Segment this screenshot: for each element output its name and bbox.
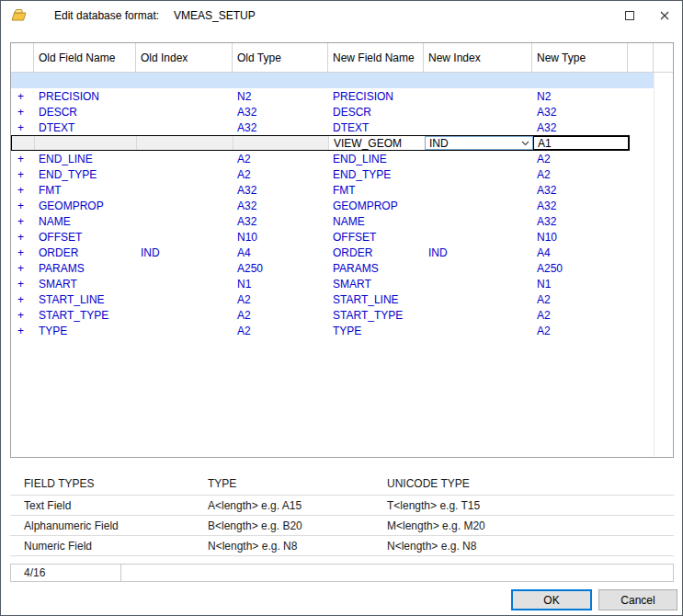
cell-old-index[interactable] <box>136 213 233 229</box>
column-header-old-field-name[interactable]: Old Field Name <box>34 43 136 72</box>
cell-new-index[interactable] <box>424 151 532 166</box>
cell-new-index[interactable] <box>424 276 532 291</box>
cell-old-type[interactable]: A32 <box>233 213 328 229</box>
row-expand-marker[interactable]: + <box>11 166 34 182</box>
cell-new-type[interactable]: A250 <box>532 260 628 276</box>
cell-new-type[interactable]: A2 <box>532 291 628 307</box>
row-expand-marker[interactable]: + <box>11 182 34 198</box>
row-expand-marker[interactable]: + <box>11 198 34 213</box>
cell-new-index[interactable] <box>424 198 532 213</box>
cell-old-index[interactable] <box>137 136 233 150</box>
cell-old-field-name[interactable]: TYPE <box>34 323 136 338</box>
row-expand-marker[interactable]: + <box>11 260 34 276</box>
grid-row[interactable]: +OFFSETN10OFFSETN10 <box>11 229 673 245</box>
cell-new-field-name[interactable]: GEOMPROP <box>328 198 424 213</box>
cell-new-field-name[interactable]: TYPE <box>328 323 424 338</box>
cell-new-type[interactable]: A2 <box>532 166 628 182</box>
row-expand-marker[interactable]: + <box>11 151 34 166</box>
row-expand-marker[interactable]: + <box>11 120 34 135</box>
grid-row[interactable]: +START_TYPEA2START_TYPEA2 <box>11 307 673 323</box>
cell-old-field-name[interactable]: PARAMS <box>34 260 136 276</box>
cell-old-type[interactable]: A2 <box>233 291 328 307</box>
cell-new-index[interactable] <box>424 88 532 104</box>
cell-old-index[interactable] <box>136 276 233 291</box>
row-expand-marker[interactable]: + <box>11 323 34 338</box>
cell-old-index[interactable]: IND <box>136 245 233 260</box>
row-expand-marker[interactable]: + <box>11 229 34 245</box>
cell-old-type[interactable]: A4 <box>233 245 328 260</box>
grid-row[interactable]: +PRECISIONN2PRECISIONN2 <box>11 88 673 104</box>
cell-old-index[interactable] <box>136 104 233 120</box>
cell-old-type[interactable]: N10 <box>233 229 328 245</box>
row-expand-marker[interactable]: + <box>11 88 34 104</box>
cell-new-field-name[interactable]: DTEXT <box>328 120 424 135</box>
cell-old-type[interactable]: A32 <box>233 198 328 213</box>
cell-new-field-name[interactable]: PRECISION <box>328 88 424 104</box>
cell-new-index[interactable] <box>424 229 532 245</box>
chevron-down-icon[interactable] <box>518 141 532 146</box>
cell-old-index[interactable] <box>136 120 233 135</box>
cell-old-field-name[interactable]: ORDER <box>34 245 136 260</box>
cell-new-field-name[interactable]: START_TYPE <box>328 307 424 323</box>
cell-new-index[interactable] <box>424 182 532 198</box>
row-expand-marker[interactable]: + <box>11 307 34 323</box>
cell-old-index[interactable] <box>136 151 233 166</box>
cell-old-field-name[interactable]: NAME <box>34 213 136 229</box>
cell-old-index[interactable] <box>136 198 233 213</box>
cell-old-type[interactable]: A2 <box>233 323 328 338</box>
column-header-old-index[interactable]: Old Index <box>136 43 233 72</box>
new-index-combobox[interactable]: IND <box>425 136 533 150</box>
column-header-new-field-name[interactable]: New Field Name <box>328 43 424 72</box>
maximize-button[interactable] <box>612 1 647 29</box>
cell-new-type[interactable]: A2 <box>532 307 628 323</box>
cell-old-type[interactable]: A2 <box>233 166 328 182</box>
cell-new-index[interactable] <box>424 291 532 307</box>
cell-new-field-name[interactable]: END_LINE <box>328 151 424 166</box>
cell-old-field-name[interactable]: START_TYPE <box>34 307 136 323</box>
column-header-new-type[interactable]: New Type <box>532 43 628 72</box>
cell-new-type[interactable]: N2 <box>532 88 628 104</box>
cell-new-type[interactable]: A2 <box>532 323 628 338</box>
cancel-button[interactable]: Cancel <box>598 589 677 610</box>
cell-new-index[interactable] <box>424 120 532 135</box>
cell-old-field-name[interactable]: DTEXT <box>34 120 136 135</box>
cell-new-type[interactable]: A32 <box>532 120 628 135</box>
grid-row[interactable]: +DESCRA32DESCRA32 <box>11 104 673 120</box>
cell-old-type[interactable]: A32 <box>233 104 328 120</box>
cell-new-field-name[interactable]: PARAMS <box>328 260 424 276</box>
cell-old-field-name[interactable]: DESCR <box>34 104 136 120</box>
column-header-new-index[interactable]: New Index <box>424 43 532 72</box>
grid-row[interactable]: +FMTA32FMTA32 <box>11 182 673 198</box>
cell-old-field-name[interactable]: END_LINE <box>34 151 136 166</box>
cell-old-index[interactable] <box>136 260 233 276</box>
cell-old-type[interactable] <box>233 136 329 150</box>
grid-row[interactable]: +GEOMPROPA32GEOMPROPA32 <box>11 198 673 213</box>
cell-old-index[interactable] <box>136 166 233 182</box>
new-type-input[interactable] <box>533 136 629 150</box>
cell-old-type[interactable]: A2 <box>233 307 328 323</box>
cell-old-type[interactable]: A32 <box>233 120 328 135</box>
cell-old-index[interactable] <box>136 307 233 323</box>
cell-old-field-name[interactable]: SMART <box>34 276 136 291</box>
grid-row[interactable]: +END_TYPEA2END_TYPEA2 <box>11 166 673 182</box>
cell-new-type[interactable]: A2 <box>532 151 628 166</box>
close-button[interactable] <box>647 1 682 29</box>
row-expand-marker[interactable]: + <box>11 276 34 291</box>
cell-new-field-name[interactable]: FMT <box>328 182 424 198</box>
cell-new-index[interactable] <box>424 307 532 323</box>
cell-new-field-name[interactable]: SMART <box>328 276 424 291</box>
cell-new-type[interactable]: A32 <box>532 182 628 198</box>
grid-row[interactable]: +NAMEA32NAMEA32 <box>11 213 673 229</box>
grid-row[interactable]: +PARAMSA250PARAMSA250 <box>11 260 673 276</box>
cell-new-field-name[interactable]: DESCR <box>328 104 424 120</box>
grid-row[interactable]: +ORDERINDA4ORDERINDA4 <box>11 245 673 260</box>
cell-old-index[interactable] <box>136 229 233 245</box>
cell-new-index[interactable] <box>424 104 532 120</box>
cell-new-index[interactable] <box>424 260 532 276</box>
cell-old-index[interactable] <box>136 182 233 198</box>
cell-old-type[interactable]: A250 <box>233 260 328 276</box>
row-expand-marker[interactable]: + <box>11 104 34 120</box>
cell-old-index[interactable] <box>136 323 233 338</box>
cell-old-field-name[interactable]: END_TYPE <box>34 166 136 182</box>
cell-old-field-name[interactable]: PRECISION <box>34 88 136 104</box>
